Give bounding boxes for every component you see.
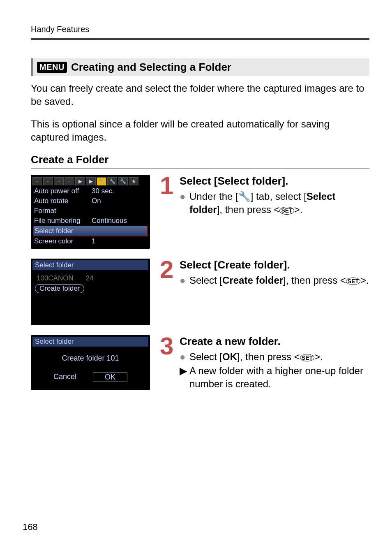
result-triangle-icon: ▶ — [180, 364, 189, 391]
menu-row-label: Auto rotate — [34, 197, 92, 205]
menu-row: Format — [33, 206, 148, 216]
step-3: Select folder Create folder 101 Cancel O… — [31, 335, 369, 392]
shot2-folder-row: 100CANON 24 — [35, 273, 146, 283]
step-3-b1-mid: ], then press < — [237, 351, 300, 362]
shot2-create-folder: Create folder — [35, 284, 84, 293]
step-2-b1-pre: Select [ — [189, 275, 222, 286]
shot3-cancel-button: Cancel — [53, 373, 76, 382]
step-1-b1-pre: Under the [ — [189, 191, 238, 202]
tab-camera-3-icon: ▫ — [54, 177, 64, 185]
step-2: Select folder 100CANON 24 Create folder … — [31, 259, 369, 325]
step-3-b1-pre: Select [ — [189, 351, 222, 362]
menu-badge: MENU — [37, 62, 67, 73]
screenshot-3: Select folder Create folder 101 Cancel O… — [31, 335, 150, 390]
section-heading: MENU Creating and Selecting a Folder — [31, 58, 369, 76]
step-3-b2: A new folder with a higher one-up folder… — [189, 364, 369, 391]
tab-wrench-2-icon: 🔧 — [107, 177, 117, 185]
menu-row-label: Select folder — [35, 227, 92, 235]
menu-row-value: 1 — [92, 237, 95, 245]
step-3-b1-end: >. — [314, 351, 323, 362]
set-key-icon: SET — [346, 278, 360, 285]
menu-row-label: Format — [34, 207, 92, 215]
step-1-title: Select [Select folder]. — [180, 175, 369, 187]
menu-row: File numberingContinuous — [33, 216, 148, 226]
tab-play-2-icon: ▶ — [86, 177, 96, 185]
menu-row: Select folder — [33, 226, 148, 236]
tab-star-icon: ★ — [129, 177, 138, 185]
shot3-dialog-buttons: Cancel OK — [32, 373, 148, 389]
menu-rows: Auto power off30 sec.Auto rotateOnFormat… — [31, 185, 150, 249]
shot2-folder-count: 24 — [86, 274, 94, 282]
tab-camera-2-icon: ▫ — [43, 177, 53, 185]
step-number-1: 1 — [160, 175, 180, 217]
step-1-b1-end: >. — [294, 204, 303, 215]
menu-row-value: Continuous — [92, 217, 127, 225]
set-key-icon: SET — [300, 354, 314, 362]
step-2-b1-end: >. — [360, 275, 369, 286]
step-3-bullet-2: ▶ A new folder with a higher one-up fold… — [180, 364, 369, 391]
menu-tabs: ▫ ▫ ▫ ▫ ▶ ▶ 🔧 🔧 🔧 ★ — [31, 175, 150, 185]
step-1-b1-post: ], then press < — [217, 204, 280, 215]
menu-row: Screen color1 — [33, 236, 148, 246]
subhead-wrap: Create a Folder — [31, 153, 369, 169]
bullet-dot-icon: ● — [180, 190, 189, 217]
menu-row-label: Auto power off — [34, 187, 92, 195]
step-1-b1-mid: ] tab, select [ — [251, 191, 307, 202]
wrench-icon: 🔧 — [238, 191, 251, 202]
step-2-b1-bold: Create folder — [222, 275, 283, 286]
tab-wrench-3-icon: 🔧 — [118, 177, 128, 185]
set-key-icon: SET — [279, 207, 294, 215]
menu-row-label: File numbering — [34, 217, 92, 225]
tab-wrench-1-icon: 🔧 — [97, 177, 106, 185]
tab-play-1-icon: ▶ — [75, 177, 85, 185]
menu-row: Auto rotateOn — [33, 196, 148, 206]
step-number-3: 3 — [160, 335, 180, 392]
tab-camera-1-icon: ▫ — [32, 177, 42, 185]
shot3-title: Select folder — [32, 337, 148, 347]
menu-row-label: Screen color — [34, 237, 92, 245]
page-number: 168 — [23, 522, 38, 532]
shot3-ok-button: OK — [93, 373, 127, 382]
shot2-folder-name: 100CANON — [37, 274, 74, 282]
shot3-dialog-text: Create folder 101 — [32, 347, 148, 373]
intro-paragraph-1: You can freely create and select the fol… — [31, 82, 369, 109]
subhead: Create a Folder — [31, 153, 369, 169]
screenshot-1: ▫ ▫ ▫ ▫ ▶ ▶ 🔧 🔧 🔧 ★ Auto power off30 sec… — [31, 175, 150, 249]
bullet-dot-icon: ● — [180, 350, 189, 363]
header-rule — [31, 38, 369, 40]
section-heading-text: Creating and Selecting a Folder — [71, 61, 231, 74]
step-3-title: Create a new folder. — [180, 335, 369, 348]
page-header-title: Handy Features — [31, 25, 369, 34]
step-number-2: 2 — [160, 259, 180, 288]
step-3-bullet-1: ● Select [OK], then press <SET>. — [180, 350, 369, 363]
tab-camera-4-icon: ▫ — [65, 177, 74, 185]
step-1: ▫ ▫ ▫ ▫ ▶ ▶ 🔧 🔧 🔧 ★ Auto power off30 sec… — [31, 175, 369, 249]
shot2-title: Select folder — [32, 260, 148, 270]
menu-row-value: 30 sec. — [92, 187, 114, 195]
bullet-dot-icon: ● — [180, 274, 189, 287]
screenshot-2: Select folder 100CANON 24 Create folder — [31, 259, 150, 325]
step-2-b1-mid: ], then press < — [283, 275, 346, 286]
menu-row: Auto power off30 sec. — [33, 186, 148, 196]
step-3-b1-bold: OK — [222, 351, 237, 362]
step-2-bullet-1: ● Select [Create folder], then press <SE… — [180, 274, 369, 287]
menu-row-value: On — [92, 197, 101, 205]
step-1-bullet-1: ● Under the [🔧] tab, select [Select fold… — [180, 190, 369, 217]
intro-paragraph-2: This is optional since a folder will be … — [31, 118, 369, 144]
step-2-title: Select [Create folder]. — [180, 259, 369, 271]
